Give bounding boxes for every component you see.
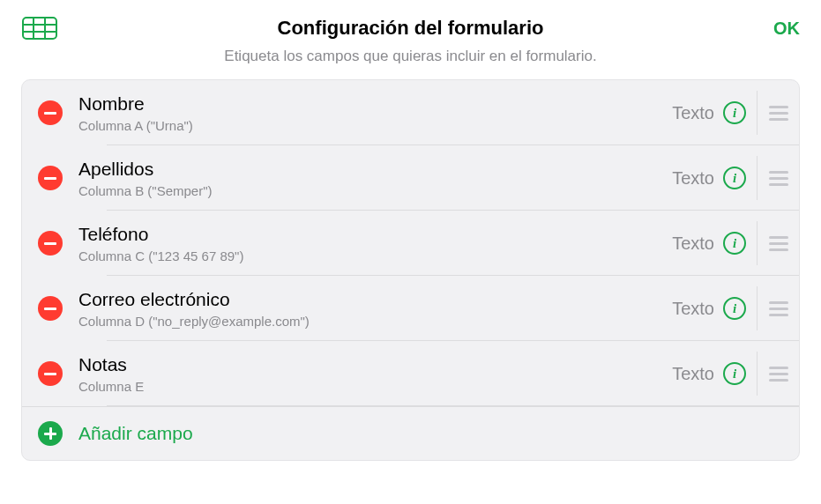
info-icon[interactable]: i <box>723 362 746 385</box>
drag-handle[interactable] <box>757 286 799 330</box>
field-row: Teléfono Columna C ("123 45 67 89") Text… <box>22 211 799 276</box>
field-name: Nombre <box>78 93 672 115</box>
field-type-label: Texto <box>672 168 714 189</box>
field-row: Notas Columna E Texto i <box>22 341 799 406</box>
reorder-icon <box>769 171 788 186</box>
remove-field-button[interactable] <box>38 231 63 256</box>
ok-button[interactable]: OK <box>763 19 800 39</box>
field-type-label: Texto <box>672 299 714 319</box>
field-row: Apellidos Columna B ("Semper") Texto i <box>22 145 799 211</box>
reorder-icon <box>769 367 788 382</box>
field-type-group: Texto i <box>672 101 757 124</box>
field-type-label: Texto <box>672 364 714 384</box>
field-type-group: Texto i <box>672 362 757 385</box>
table-icon[interactable] <box>21 16 58 41</box>
fields-panel: Nombre Columna A ("Urna") Texto i Apelli… <box>21 79 800 461</box>
field-name: Notas <box>78 353 672 376</box>
add-field-row[interactable]: Añadir campo <box>22 406 799 460</box>
drag-handle[interactable] <box>757 352 799 396</box>
reorder-icon <box>769 236 788 251</box>
field-column: Columna B ("Semper") <box>78 183 672 198</box>
field-text[interactable]: Apellidos Columna B ("Semper") <box>78 158 672 197</box>
header: Configuración del formulario OK <box>0 0 821 48</box>
field-type-label: Texto <box>672 233 714 254</box>
page-title: Configuración del formulario <box>58 17 763 40</box>
info-icon[interactable]: i <box>723 167 746 189</box>
field-column: Columna E <box>78 379 672 394</box>
remove-field-button[interactable] <box>38 100 63 125</box>
field-text[interactable]: Teléfono Columna C ("123 45 67 89") <box>78 223 672 263</box>
field-text[interactable]: Correo electrónico Columna D ("no_reply@… <box>78 288 672 328</box>
drag-handle[interactable] <box>757 91 799 135</box>
field-name: Teléfono <box>78 223 672 246</box>
field-type-label: Texto <box>672 103 714 123</box>
field-name: Apellidos <box>78 158 672 181</box>
field-column: Columna A ("Urna") <box>78 118 672 133</box>
reorder-icon <box>769 106 788 121</box>
remove-field-button[interactable] <box>38 361 63 386</box>
field-text[interactable]: Notas Columna E <box>78 353 672 393</box>
field-type-group: Texto i <box>672 167 757 189</box>
field-name: Correo electrónico <box>78 288 672 311</box>
field-type-group: Texto i <box>672 297 757 320</box>
remove-field-button[interactable] <box>38 166 63 190</box>
info-icon[interactable]: i <box>723 232 746 255</box>
field-text[interactable]: Nombre Columna A ("Urna") <box>78 93 672 132</box>
svg-rect-0 <box>23 18 56 39</box>
info-icon[interactable]: i <box>723 101 746 124</box>
field-column: Columna D ("no_reply@example.com") <box>78 314 672 329</box>
drag-handle[interactable] <box>757 221 799 265</box>
field-row: Correo electrónico Columna D ("no_reply@… <box>22 276 799 341</box>
drag-handle[interactable] <box>757 156 799 200</box>
reorder-icon <box>769 301 788 316</box>
page-subtitle: Etiqueta los campos que quieras incluir … <box>0 48 821 79</box>
field-type-group: Texto i <box>672 232 757 255</box>
field-row: Nombre Columna A ("Urna") Texto i <box>22 80 799 145</box>
add-field-button[interactable] <box>38 421 63 446</box>
info-icon[interactable]: i <box>723 297 746 320</box>
add-field-label: Añadir campo <box>78 423 193 444</box>
remove-field-button[interactable] <box>38 296 63 321</box>
field-column: Columna C ("123 45 67 89") <box>78 248 672 263</box>
